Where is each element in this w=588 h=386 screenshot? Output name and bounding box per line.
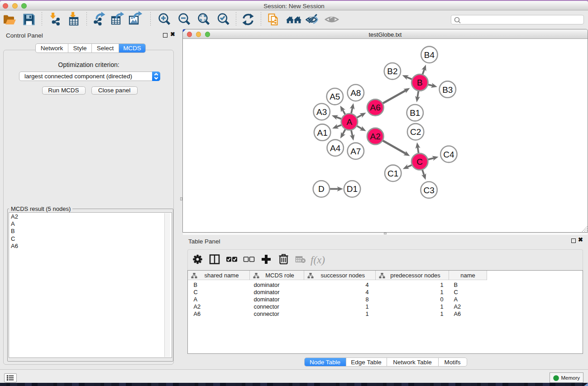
svg-text:A8: A8 — [350, 88, 361, 98]
svg-text:B2: B2 — [387, 67, 397, 76]
svg-text:D1: D1 — [347, 184, 358, 194]
svg-text:D: D — [318, 184, 325, 194]
svg-text:A5: A5 — [330, 92, 340, 101]
svg-text:C: C — [416, 157, 423, 167]
svg-text:C1: C1 — [387, 169, 398, 178]
svg-text:B1: B1 — [410, 108, 420, 118]
svg-text:A7: A7 — [350, 147, 361, 156]
svg-text:C4: C4 — [443, 150, 454, 159]
svg-text:B: B — [417, 78, 423, 87]
svg-text:A: A — [347, 117, 353, 127]
svg-text:A6: A6 — [370, 103, 381, 112]
svg-text:f(x): f(x) — [311, 254, 325, 266]
svg-text:B4: B4 — [424, 50, 435, 60]
svg-text:A2: A2 — [370, 132, 381, 141]
svg-text:C2: C2 — [410, 127, 421, 137]
svg-text:A1: A1 — [317, 128, 327, 138]
svg-text:B3: B3 — [442, 85, 453, 95]
svg-text:A4: A4 — [330, 143, 341, 153]
svg-text:A3: A3 — [316, 107, 327, 117]
svg-text:C3: C3 — [423, 186, 434, 195]
